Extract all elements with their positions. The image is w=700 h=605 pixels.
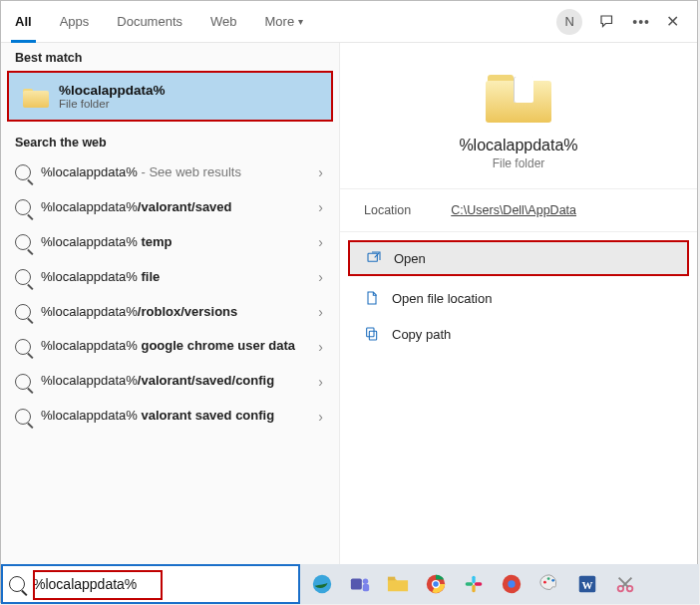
svg-rect-4 [351,579,362,590]
search-icon [15,269,31,285]
chevron-right-icon: › [316,339,325,355]
copy-path-action[interactable]: Copy path [340,316,697,352]
web-results-list: %localappdata% - See web results›%locala… [1,155,339,434]
web-result-text: %localappdata%/valorant/saved [41,199,306,216]
taskbar-explorer-icon[interactable] [384,570,412,598]
results-pane: Best match %localappdata% File folder Se… [1,43,340,602]
folder-icon [23,86,49,108]
svg-rect-7 [388,577,395,581]
web-result-item[interactable]: %localappdata% file› [1,260,339,295]
more-options-icon[interactable]: ••• [632,14,650,30]
tab-more[interactable]: More ▾ [251,1,318,42]
chevron-right-icon: › [316,199,325,215]
web-result-item[interactable]: %localappdata% valorant saved config› [1,399,339,434]
search-box[interactable]: %localappdata% [1,564,300,604]
open-location-action[interactable]: Open file location [340,280,697,316]
taskbar-teams-icon[interactable] [346,570,374,598]
best-match-text: %localappdata% File folder [59,83,166,110]
svg-rect-11 [472,576,475,584]
open-label: Open [394,251,426,266]
taskbar-slack-icon[interactable] [460,570,488,598]
copy-path-label: Copy path [392,327,451,342]
web-result-text: %localappdata%/valorant/saved/config [41,373,306,390]
tab-apps[interactable]: Apps [46,1,104,42]
taskbar-word-icon[interactable]: W [573,570,601,598]
svg-rect-14 [475,582,483,585]
best-match-subtitle: File folder [59,98,166,110]
svg-point-18 [547,577,550,580]
web-result-item[interactable]: %localappdata%/valorant/saved/config› [1,364,339,399]
search-icon [15,164,31,180]
svg-text:W: W [582,579,593,591]
svg-point-17 [543,581,546,584]
web-result-item[interactable]: %localappdata%/roblox/versions› [1,295,339,330]
bottom-bar: %localappdata% W [1,564,699,604]
search-icon [15,339,31,355]
copy-icon [364,326,380,342]
preview-subtitle: File folder [493,156,545,170]
web-result-item[interactable]: %localappdata% temp› [1,225,339,260]
svg-rect-13 [472,585,475,593]
search-icon [15,234,31,250]
search-icon [15,409,31,425]
search-icon [15,199,31,215]
svg-rect-6 [363,584,369,591]
caret-down-icon: ▾ [298,16,303,27]
svg-point-5 [363,579,369,585]
svg-rect-2 [367,328,374,337]
search-icon [15,374,31,390]
search-input-value: %localappdata% [33,576,292,592]
best-match-item[interactable]: %localappdata% File folder [7,71,333,122]
svg-rect-1 [369,331,376,340]
preview-actions: Open Open file location Copy path [340,232,697,358]
tab-all[interactable]: All [1,1,46,42]
web-result-text: %localappdata% google chrome user data [41,338,306,355]
taskbar-chrome-icon[interactable] [422,570,450,598]
content-split: Best match %localappdata% File folder Se… [1,43,697,602]
close-icon[interactable]: ✕ [666,12,679,31]
chevron-right-icon: › [316,409,325,425]
open-icon [366,250,382,266]
tab-web[interactable]: Web [196,1,251,42]
tabs-bar: All Apps Documents Web More ▾ N ••• ✕ [1,1,697,43]
web-result-text: %localappdata% valorant saved config [41,408,306,425]
web-result-text: %localappdata% temp [41,234,306,251]
taskbar-chrome2-icon[interactable] [498,570,525,598]
tabs: All Apps Documents Web More ▾ [1,1,317,42]
svg-point-16 [508,580,515,587]
chevron-right-icon: › [316,234,325,250]
tab-more-label: More [265,14,295,29]
chevron-right-icon: › [316,164,325,180]
preview-header: %localappdata% File folder [340,43,697,189]
web-result-text: %localappdata% file [41,269,306,286]
web-result-text: %localappdata% - See web results [41,164,306,181]
svg-point-3 [313,575,331,593]
search-web-label: Search the web [1,128,339,155]
open-action[interactable]: Open [348,240,689,276]
svg-rect-0 [368,253,377,261]
feedback-icon[interactable] [598,13,616,31]
web-result-item[interactable]: %localappdata% google chrome user data› [1,329,339,364]
chevron-right-icon: › [316,304,325,320]
web-result-item[interactable]: %localappdata%/valorant/saved› [1,190,339,225]
svg-rect-12 [466,582,474,585]
preview-title: %localappdata% [459,137,577,154]
taskbar-snip-icon[interactable] [611,570,639,598]
best-match-label: Best match [1,43,339,71]
location-label: Location [364,203,411,217]
location-row: Location C:\Users\Dell\AppData [340,189,697,232]
open-location-label: Open file location [392,291,492,306]
taskbar-paint-icon[interactable] [535,570,563,598]
taskbar: W [300,564,699,604]
avatar[interactable]: N [556,9,582,35]
header-actions: N ••• ✕ [556,9,689,35]
taskbar-edge-icon[interactable] [308,570,336,598]
folder-icon [486,71,551,123]
search-icon [15,304,31,320]
web-result-item[interactable]: %localappdata% - See web results› [1,155,339,190]
svg-point-19 [551,579,554,582]
preview-pane: %localappdata% File folder Location C:\U… [340,43,697,602]
file-location-icon [364,290,380,306]
location-value[interactable]: C:\Users\Dell\AppData [451,203,576,217]
tab-documents[interactable]: Documents [103,1,196,42]
